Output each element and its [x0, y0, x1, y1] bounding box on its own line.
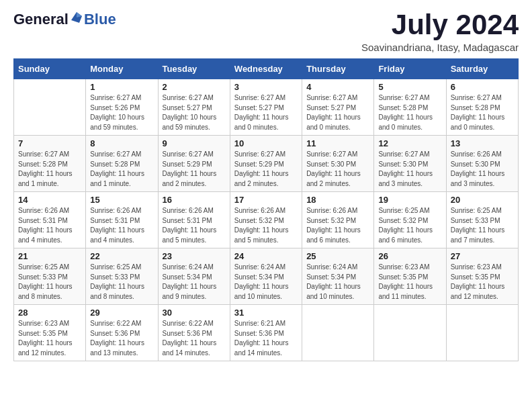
day-number: 12	[378, 138, 441, 148]
calendar-cell: 16Sunrise: 6:26 AMSunset: 5:31 PMDayligh…	[158, 192, 230, 248]
day-info: Sunrise: 6:24 AMSunset: 5:34 PMDaylight:…	[234, 263, 298, 302]
calendar-cell: 1Sunrise: 6:27 AMSunset: 5:26 PMDaylight…	[86, 79, 158, 136]
calendar-cell: 21Sunrise: 6:25 AMSunset: 5:33 PMDayligh…	[14, 248, 86, 305]
day-number: 3	[234, 82, 298, 92]
day-info: Sunrise: 6:27 AMSunset: 5:30 PMDaylight:…	[378, 150, 441, 189]
day-info: Sunrise: 6:25 AMSunset: 5:32 PMDaylight:…	[378, 206, 441, 245]
calendar-cell: 9Sunrise: 6:27 AMSunset: 5:29 PMDaylight…	[158, 136, 230, 192]
calendar-week-row: 28Sunrise: 6:23 AMSunset: 5:35 PMDayligh…	[14, 305, 519, 361]
calendar-table: SundayMondayTuesdayWednesdayThursdayFrid…	[13, 58, 519, 361]
day-info: Sunrise: 6:27 AMSunset: 5:26 PMDaylight:…	[90, 93, 153, 132]
weekday-header-saturday: Saturday	[446, 59, 518, 79]
day-number: 29	[90, 308, 153, 318]
month-title: July 2024	[361, 11, 519, 39]
weekday-header-monday: Monday	[86, 59, 158, 79]
day-info: Sunrise: 6:27 AMSunset: 5:28 PMDaylight:…	[378, 93, 441, 132]
calendar-cell: 3Sunrise: 6:27 AMSunset: 5:27 PMDaylight…	[230, 79, 302, 136]
calendar-cell: 6Sunrise: 6:27 AMSunset: 5:28 PMDaylight…	[446, 79, 518, 136]
day-info: Sunrise: 6:25 AMSunset: 5:33 PMDaylight:…	[90, 263, 153, 302]
day-info: Sunrise: 6:27 AMSunset: 5:28 PMDaylight:…	[90, 150, 153, 189]
calendar-cell: 30Sunrise: 6:22 AMSunset: 5:36 PMDayligh…	[158, 305, 230, 361]
day-info: Sunrise: 6:23 AMSunset: 5:35 PMDaylight:…	[18, 319, 81, 358]
day-info: Sunrise: 6:27 AMSunset: 5:27 PMDaylight:…	[234, 93, 298, 132]
day-number: 25	[306, 251, 369, 261]
calendar-cell: 12Sunrise: 6:27 AMSunset: 5:30 PMDayligh…	[374, 136, 446, 192]
calendar-cell: 23Sunrise: 6:24 AMSunset: 5:34 PMDayligh…	[158, 248, 230, 305]
calendar-cell: 26Sunrise: 6:23 AMSunset: 5:35 PMDayligh…	[374, 248, 446, 305]
calendar-cell: 14Sunrise: 6:26 AMSunset: 5:31 PMDayligh…	[14, 192, 86, 248]
day-number: 2	[163, 82, 226, 92]
day-info: Sunrise: 6:27 AMSunset: 5:28 PMDaylight:…	[18, 150, 81, 189]
day-number: 1	[90, 82, 153, 92]
day-info: Sunrise: 6:27 AMSunset: 5:28 PMDaylight:…	[451, 93, 514, 132]
calendar-cell: 7Sunrise: 6:27 AMSunset: 5:28 PMDaylight…	[14, 136, 86, 192]
day-number: 13	[451, 138, 514, 148]
calendar-header-row: SundayMondayTuesdayWednesdayThursdayFrid…	[14, 59, 519, 79]
day-info: Sunrise: 6:26 AMSunset: 5:31 PMDaylight:…	[90, 206, 153, 245]
day-info: Sunrise: 6:23 AMSunset: 5:35 PMDaylight:…	[451, 263, 514, 302]
logo-bird-icon	[70, 11, 83, 28]
calendar-cell	[14, 79, 86, 136]
calendar-cell: 29Sunrise: 6:22 AMSunset: 5:36 PMDayligh…	[86, 305, 158, 361]
calendar-cell: 17Sunrise: 6:26 AMSunset: 5:32 PMDayligh…	[230, 192, 302, 248]
calendar-cell: 24Sunrise: 6:24 AMSunset: 5:34 PMDayligh…	[230, 248, 302, 305]
weekday-header-wednesday: Wednesday	[230, 59, 302, 79]
logo-general: General	[13, 11, 69, 28]
day-number: 9	[163, 138, 226, 148]
calendar-cell: 15Sunrise: 6:26 AMSunset: 5:31 PMDayligh…	[86, 192, 158, 248]
day-number: 23	[163, 251, 226, 261]
day-number: 15	[90, 195, 153, 205]
calendar-cell	[446, 305, 518, 361]
calendar-cell: 5Sunrise: 6:27 AMSunset: 5:28 PMDaylight…	[374, 79, 446, 136]
page-header: General Blue July 2024 Soavinandriana, I…	[13, 11, 519, 53]
day-number: 20	[451, 195, 514, 205]
calendar-week-row: 21Sunrise: 6:25 AMSunset: 5:33 PMDayligh…	[14, 248, 519, 305]
calendar-cell: 31Sunrise: 6:21 AMSunset: 5:36 PMDayligh…	[230, 305, 302, 361]
day-number: 31	[234, 308, 298, 318]
day-info: Sunrise: 6:27 AMSunset: 5:29 PMDaylight:…	[163, 150, 226, 189]
day-number: 4	[306, 82, 369, 92]
day-info: Sunrise: 6:26 AMSunset: 5:31 PMDaylight:…	[163, 206, 226, 245]
day-info: Sunrise: 6:27 AMSunset: 5:30 PMDaylight:…	[306, 150, 369, 189]
day-number: 16	[163, 195, 226, 205]
day-number: 14	[18, 195, 81, 205]
day-number: 7	[18, 138, 81, 148]
day-info: Sunrise: 6:26 AMSunset: 5:32 PMDaylight:…	[234, 206, 298, 245]
title-area: July 2024 Soavinandriana, Itasy, Madagas…	[361, 11, 519, 53]
calendar-cell: 10Sunrise: 6:27 AMSunset: 5:29 PMDayligh…	[230, 136, 302, 192]
day-info: Sunrise: 6:27 AMSunset: 5:29 PMDaylight:…	[234, 150, 298, 189]
day-info: Sunrise: 6:27 AMSunset: 5:27 PMDaylight:…	[163, 93, 226, 132]
calendar-cell: 22Sunrise: 6:25 AMSunset: 5:33 PMDayligh…	[86, 248, 158, 305]
day-info: Sunrise: 6:22 AMSunset: 5:36 PMDaylight:…	[90, 319, 153, 358]
calendar-cell: 25Sunrise: 6:24 AMSunset: 5:34 PMDayligh…	[302, 248, 374, 305]
calendar-week-row: 1Sunrise: 6:27 AMSunset: 5:26 PMDaylight…	[14, 79, 519, 136]
calendar-cell: 28Sunrise: 6:23 AMSunset: 5:35 PMDayligh…	[14, 305, 86, 361]
day-number: 28	[18, 308, 81, 318]
day-number: 11	[306, 138, 369, 148]
calendar-cell	[374, 305, 446, 361]
weekday-header-friday: Friday	[374, 59, 446, 79]
day-number: 19	[378, 195, 441, 205]
day-number: 26	[378, 251, 441, 261]
calendar-week-row: 14Sunrise: 6:26 AMSunset: 5:31 PMDayligh…	[14, 192, 519, 248]
calendar-cell: 2Sunrise: 6:27 AMSunset: 5:27 PMDaylight…	[158, 79, 230, 136]
day-info: Sunrise: 6:21 AMSunset: 5:36 PMDaylight:…	[234, 319, 298, 358]
day-number: 22	[90, 251, 153, 261]
day-number: 5	[378, 82, 441, 92]
day-info: Sunrise: 6:23 AMSunset: 5:35 PMDaylight:…	[378, 263, 441, 302]
calendar-cell: 8Sunrise: 6:27 AMSunset: 5:28 PMDaylight…	[86, 136, 158, 192]
day-number: 21	[18, 251, 81, 261]
day-info: Sunrise: 6:27 AMSunset: 5:27 PMDaylight:…	[306, 93, 369, 132]
day-info: Sunrise: 6:25 AMSunset: 5:33 PMDaylight:…	[451, 206, 514, 245]
day-number: 18	[306, 195, 369, 205]
day-number: 10	[234, 138, 298, 148]
calendar-cell: 13Sunrise: 6:26 AMSunset: 5:30 PMDayligh…	[446, 136, 518, 192]
day-number: 30	[163, 308, 226, 318]
day-info: Sunrise: 6:22 AMSunset: 5:36 PMDaylight:…	[163, 319, 226, 358]
location-subtitle: Soavinandriana, Itasy, Madagascar	[361, 42, 519, 53]
day-info: Sunrise: 6:26 AMSunset: 5:31 PMDaylight:…	[18, 206, 81, 245]
logo: General Blue	[13, 11, 116, 28]
logo-blue: Blue	[84, 11, 116, 28]
day-number: 8	[90, 138, 153, 148]
calendar-cell: 11Sunrise: 6:27 AMSunset: 5:30 PMDayligh…	[302, 136, 374, 192]
